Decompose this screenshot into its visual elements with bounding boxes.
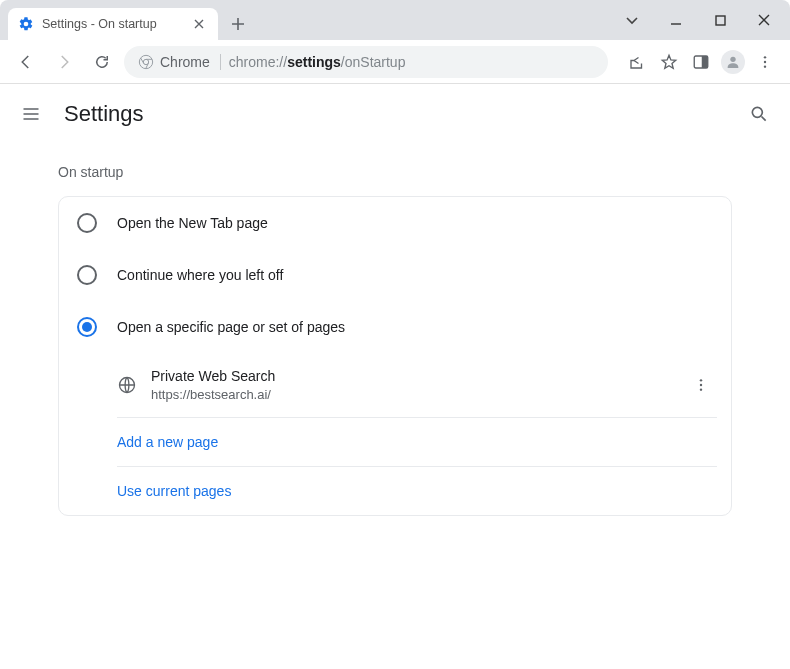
svg-rect-0: [716, 16, 725, 25]
radio-label: Open the New Tab page: [117, 215, 268, 231]
chevron-down-icon[interactable]: [622, 10, 642, 30]
radio-icon-selected: [77, 317, 97, 337]
svg-point-11: [700, 379, 702, 381]
page-info: Private Web Search https://bestsearch.ai…: [151, 367, 275, 403]
radio-icon: [77, 213, 97, 233]
globe-icon: [117, 375, 137, 395]
chrome-chip-label: Chrome: [160, 54, 210, 70]
close-window-icon[interactable]: [754, 10, 774, 30]
settings-header: Settings: [0, 84, 790, 144]
share-icon[interactable]: [622, 47, 652, 77]
url-text: chrome://settings/onStartup: [229, 54, 406, 70]
content: On startup Open the New Tab page Continu…: [0, 144, 790, 516]
forward-button[interactable]: [48, 46, 80, 78]
svg-rect-4: [702, 56, 708, 68]
radio-specific-pages[interactable]: Open a specific page or set of pages: [59, 301, 731, 353]
radio-icon: [77, 265, 97, 285]
star-icon[interactable]: [654, 47, 684, 77]
chrome-chip: Chrome: [138, 54, 221, 70]
window-titlebar: Settings - On startup: [0, 0, 790, 40]
side-panel-icon[interactable]: [686, 47, 716, 77]
radio-label: Open a specific page or set of pages: [117, 319, 345, 335]
startup-page-url: https://bestsearch.ai/: [151, 386, 275, 404]
reload-button[interactable]: [86, 46, 118, 78]
maximize-icon[interactable]: [710, 10, 730, 30]
radio-continue[interactable]: Continue where you left off: [59, 249, 731, 301]
svg-point-8: [764, 65, 766, 67]
tab-title: Settings - On startup: [42, 17, 157, 31]
add-new-page-link[interactable]: Add a new page: [59, 418, 731, 466]
new-tab-button[interactable]: [224, 10, 252, 38]
chrome-logo-icon: [138, 54, 154, 70]
startup-page-title: Private Web Search: [151, 367, 275, 386]
minimize-icon[interactable]: [666, 10, 686, 30]
svg-point-9: [752, 107, 762, 117]
page-title: Settings: [64, 101, 144, 127]
gear-icon: [18, 16, 34, 32]
svg-point-5: [730, 56, 735, 61]
startup-page-row: Private Web Search https://bestsearch.ai…: [59, 353, 731, 417]
toolbar-right: [622, 47, 780, 77]
section-title: On startup: [58, 164, 732, 180]
browser-tab[interactable]: Settings - On startup: [8, 8, 218, 40]
hamburger-menu-icon[interactable]: [20, 103, 42, 125]
use-current-pages-link[interactable]: Use current pages: [59, 467, 731, 515]
svg-point-7: [764, 60, 766, 62]
radio-label: Continue where you left off: [117, 267, 283, 283]
url-bar: Chrome chrome://settings/onStartup: [0, 40, 790, 84]
on-startup-card: Open the New Tab page Continue where you…: [58, 196, 732, 516]
close-tab-icon[interactable]: [192, 17, 206, 31]
profile-avatar[interactable]: [718, 47, 748, 77]
back-button[interactable]: [10, 46, 42, 78]
more-menu-icon[interactable]: [750, 47, 780, 77]
svg-point-13: [700, 389, 702, 391]
svg-point-6: [764, 56, 766, 58]
radio-open-new-tab[interactable]: Open the New Tab page: [59, 197, 731, 249]
more-actions-icon[interactable]: [685, 369, 717, 401]
svg-point-12: [700, 384, 702, 386]
omnibox[interactable]: Chrome chrome://settings/onStartup: [124, 46, 608, 78]
svg-point-1: [139, 55, 152, 68]
search-settings-icon[interactable]: [748, 103, 770, 125]
window-controls: [622, 10, 782, 30]
